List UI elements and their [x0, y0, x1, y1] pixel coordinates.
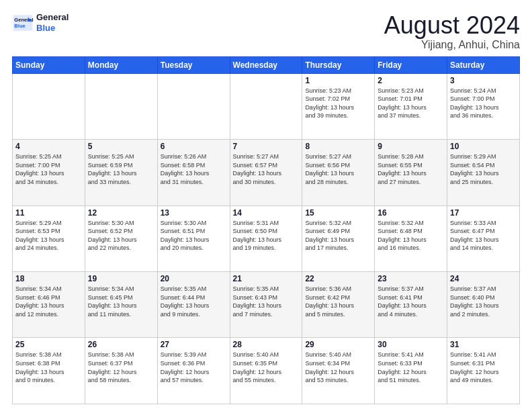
day-info: Sunrise: 5:40 AMSunset: 6:35 PMDaylight:…	[233, 351, 300, 384]
calendar-week-4: 18Sunrise: 5:34 AMSunset: 6:46 PMDayligh…	[13, 272, 520, 338]
calendar-table: SundayMondayTuesdayWednesdayThursdayFrid…	[12, 56, 520, 404]
weekday-header-friday: Friday	[375, 56, 447, 73]
day-info: Sunrise: 5:23 AMSunset: 7:01 PMDaylight:…	[378, 87, 444, 120]
header: General Blue General Blue August 2024 Yi…	[12, 12, 520, 51]
calendar-cell: 10Sunrise: 5:29 AMSunset: 6:54 PMDayligh…	[447, 140, 520, 205]
calendar-cell: 16Sunrise: 5:32 AMSunset: 6:48 PMDayligh…	[375, 205, 447, 271]
calendar-cell: 27Sunrise: 5:39 AMSunset: 6:36 PMDayligh…	[157, 338, 230, 404]
calendar-cell: 6Sunrise: 5:26 AMSunset: 6:58 PMDaylight…	[157, 140, 230, 205]
title-block: August 2024 Yijiang, Anhui, China	[384, 12, 520, 51]
calendar-week-2: 4Sunrise: 5:25 AMSunset: 7:00 PMDaylight…	[13, 140, 520, 205]
day-number: 10	[450, 142, 517, 151]
calendar-cell: 3Sunrise: 5:24 AMSunset: 7:00 PMDaylight…	[447, 73, 520, 139]
logo-text: General Blue	[36, 12, 69, 33]
day-info: Sunrise: 5:27 AMSunset: 6:56 PMDaylight:…	[305, 152, 371, 186]
calendar-cell: 17Sunrise: 5:33 AMSunset: 6:47 PMDayligh…	[447, 205, 520, 271]
calendar-cell: 13Sunrise: 5:30 AMSunset: 6:51 PMDayligh…	[157, 205, 230, 271]
day-number: 2	[378, 76, 444, 85]
calendar-cell: 29Sunrise: 5:40 AMSunset: 6:34 PMDayligh…	[302, 338, 375, 404]
calendar-cell: 2Sunrise: 5:23 AMSunset: 7:01 PMDaylight…	[375, 73, 447, 139]
calendar-cell	[85, 73, 157, 139]
weekday-header-monday: Monday	[85, 56, 157, 73]
calendar-cell	[157, 73, 230, 139]
calendar-cell: 20Sunrise: 5:35 AMSunset: 6:44 PMDayligh…	[157, 272, 230, 338]
day-number: 12	[88, 208, 154, 218]
calendar-cell: 9Sunrise: 5:28 AMSunset: 6:55 PMDaylight…	[375, 140, 447, 205]
day-info: Sunrise: 5:23 AMSunset: 7:02 PMDaylight:…	[305, 87, 371, 120]
calendar-week-1: 1Sunrise: 5:23 AMSunset: 7:02 PMDaylight…	[13, 73, 520, 139]
calendar-cell: 15Sunrise: 5:32 AMSunset: 6:49 PMDayligh…	[302, 205, 375, 271]
weekday-header-wednesday: Wednesday	[230, 56, 302, 73]
day-number: 16	[378, 208, 444, 218]
subtitle: Yijiang, Anhui, China	[384, 39, 520, 51]
calendar-body: 1Sunrise: 5:23 AMSunset: 7:02 PMDaylight…	[13, 73, 520, 404]
day-number: 27	[161, 340, 227, 349]
calendar-cell: 7Sunrise: 5:27 AMSunset: 6:57 PMDaylight…	[230, 140, 302, 205]
day-info: Sunrise: 5:30 AMSunset: 6:52 PMDaylight:…	[88, 219, 154, 253]
calendar-cell: 4Sunrise: 5:25 AMSunset: 7:00 PMDaylight…	[13, 140, 85, 205]
day-info: Sunrise: 5:36 AMSunset: 6:42 PMDaylight:…	[305, 285, 371, 318]
calendar-cell: 5Sunrise: 5:25 AMSunset: 6:59 PMDaylight…	[85, 140, 157, 205]
day-number: 22	[305, 274, 371, 283]
calendar-cell: 11Sunrise: 5:29 AMSunset: 6:53 PMDayligh…	[13, 205, 85, 271]
calendar-week-5: 25Sunrise: 5:38 AMSunset: 6:38 PMDayligh…	[13, 338, 520, 404]
weekday-header-row: SundayMondayTuesdayWednesdayThursdayFrid…	[13, 56, 520, 73]
day-info: Sunrise: 5:37 AMSunset: 6:40 PMDaylight:…	[450, 285, 517, 318]
day-info: Sunrise: 5:32 AMSunset: 6:49 PMDaylight:…	[305, 219, 371, 253]
calendar-header: SundayMondayTuesdayWednesdayThursdayFrid…	[13, 56, 520, 73]
day-info: Sunrise: 5:32 AMSunset: 6:48 PMDaylight:…	[378, 219, 444, 253]
day-number: 18	[15, 274, 82, 283]
calendar-cell: 14Sunrise: 5:31 AMSunset: 6:50 PMDayligh…	[230, 205, 302, 271]
day-info: Sunrise: 5:41 AMSunset: 6:33 PMDaylight:…	[378, 351, 444, 384]
calendar-cell: 25Sunrise: 5:38 AMSunset: 6:38 PMDayligh…	[13, 338, 85, 404]
calendar-cell: 26Sunrise: 5:38 AMSunset: 6:37 PMDayligh…	[85, 338, 157, 404]
day-info: Sunrise: 5:33 AMSunset: 6:47 PMDaylight:…	[450, 219, 517, 253]
calendar-cell: 31Sunrise: 5:41 AMSunset: 6:31 PMDayligh…	[447, 338, 520, 404]
day-info: Sunrise: 5:30 AMSunset: 6:51 PMDaylight:…	[161, 219, 227, 253]
day-info: Sunrise: 5:35 AMSunset: 6:43 PMDaylight:…	[233, 285, 300, 318]
day-info: Sunrise: 5:34 AMSunset: 6:45 PMDaylight:…	[88, 285, 154, 318]
day-info: Sunrise: 5:28 AMSunset: 6:55 PMDaylight:…	[378, 152, 444, 186]
day-number: 6	[161, 142, 227, 151]
day-number: 29	[305, 340, 371, 349]
day-info: Sunrise: 5:25 AMSunset: 6:59 PMDaylight:…	[88, 152, 154, 186]
calendar-cell: 30Sunrise: 5:41 AMSunset: 6:33 PMDayligh…	[375, 338, 447, 404]
calendar-cell: 8Sunrise: 5:27 AMSunset: 6:56 PMDaylight…	[302, 140, 375, 205]
day-number: 28	[233, 340, 300, 349]
day-info: Sunrise: 5:25 AMSunset: 7:00 PMDaylight:…	[15, 152, 82, 186]
weekday-header-thursday: Thursday	[302, 56, 375, 73]
day-number: 31	[450, 340, 517, 349]
day-info: Sunrise: 5:38 AMSunset: 6:38 PMDaylight:…	[15, 351, 82, 384]
day-info: Sunrise: 5:38 AMSunset: 6:37 PMDaylight:…	[88, 351, 154, 384]
weekday-header-saturday: Saturday	[447, 56, 520, 73]
logo-icon: General Blue	[12, 13, 34, 32]
day-info: Sunrise: 5:35 AMSunset: 6:44 PMDaylight:…	[161, 285, 227, 318]
calendar-cell: 22Sunrise: 5:36 AMSunset: 6:42 PMDayligh…	[302, 272, 375, 338]
day-info: Sunrise: 5:31 AMSunset: 6:50 PMDaylight:…	[233, 219, 300, 253]
day-number: 17	[450, 208, 517, 218]
calendar-cell	[13, 73, 85, 139]
day-info: Sunrise: 5:40 AMSunset: 6:34 PMDaylight:…	[305, 351, 371, 384]
day-info: Sunrise: 5:26 AMSunset: 6:58 PMDaylight:…	[161, 152, 227, 186]
day-number: 9	[378, 142, 444, 151]
day-number: 14	[233, 208, 300, 218]
calendar-cell: 1Sunrise: 5:23 AMSunset: 7:02 PMDaylight…	[302, 73, 375, 139]
day-number: 19	[88, 274, 154, 283]
weekday-header-sunday: Sunday	[13, 56, 85, 73]
day-number: 23	[378, 274, 444, 283]
day-number: 20	[161, 274, 227, 283]
calendar-week-3: 11Sunrise: 5:29 AMSunset: 6:53 PMDayligh…	[13, 205, 520, 271]
weekday-header-tuesday: Tuesday	[157, 56, 230, 73]
day-number: 1	[305, 76, 371, 85]
day-number: 26	[88, 340, 154, 349]
day-number: 11	[15, 208, 82, 218]
day-number: 15	[305, 208, 371, 218]
day-number: 8	[305, 142, 371, 151]
day-info: Sunrise: 5:24 AMSunset: 7:00 PMDaylight:…	[450, 87, 517, 120]
day-info: Sunrise: 5:27 AMSunset: 6:57 PMDaylight:…	[233, 152, 300, 186]
calendar-cell: 19Sunrise: 5:34 AMSunset: 6:45 PMDayligh…	[85, 272, 157, 338]
day-info: Sunrise: 5:39 AMSunset: 6:36 PMDaylight:…	[161, 351, 227, 384]
day-number: 4	[15, 142, 82, 151]
day-info: Sunrise: 5:37 AMSunset: 6:41 PMDaylight:…	[378, 285, 444, 318]
page: General Blue General Blue August 2024 Yi…	[0, 0, 532, 411]
